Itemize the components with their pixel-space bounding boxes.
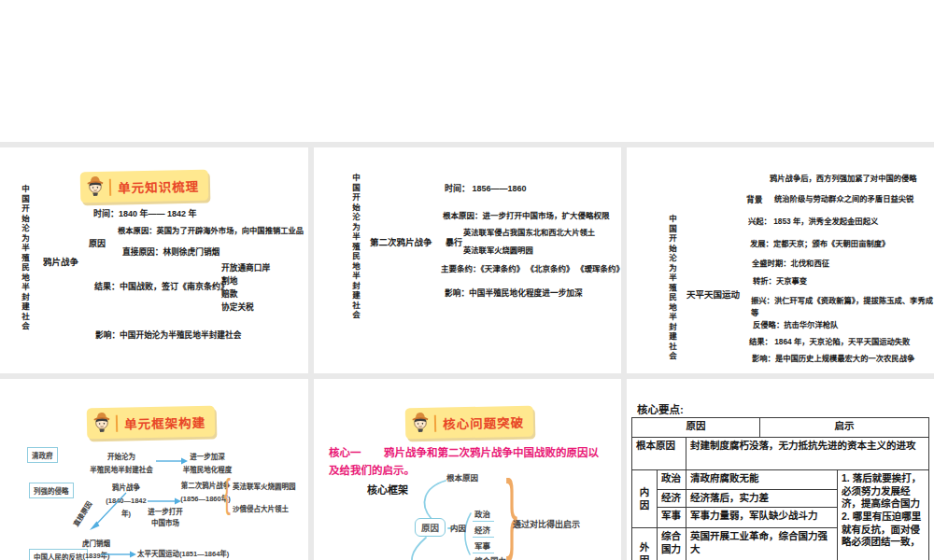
student-cartoon-icon xyxy=(86,175,106,200)
banner-title: 单元知识梳理 xyxy=(118,175,199,196)
fact-line: 反侵略：抗击华尔洋枪队 xyxy=(753,321,838,330)
treaty-term: 开放通商口岸 xyxy=(221,263,270,273)
slide-thumbnail-2[interactable]: 中国开始沦为半殖民地半封建社会 第二次鸦片战争 时间： 1856——1860 根… xyxy=(314,147,621,373)
table-row-root-cause: 根本原因 封建制度腐朽没落，无力抵抗先进的资本主义的进攻 xyxy=(632,437,928,469)
background-label: 背景 xyxy=(746,195,762,204)
mindmap-item: 政治 xyxy=(473,508,494,522)
branch-label-taiping: 天平天国运动 xyxy=(686,289,740,300)
brace-item: 沙俄侵占大片领土 xyxy=(233,503,289,516)
fact-line: 影响：是中国历史上规模最宏大的一次农民战争 xyxy=(752,355,914,364)
cause-columns: 内因 政治 清政府腐败无能 经济 经济落后，实力差 军事 军事力量弱，军队缺少战 xyxy=(632,470,837,560)
foreign-invasion-box: 列强的侵略 xyxy=(29,483,74,498)
vertical-unit-title: 中国开始沦为半殖民地半封建社会 xyxy=(21,185,29,332)
vertical-unit-title: 中国开始沦为半殖民地半封建社会 xyxy=(351,174,360,321)
value-cell: 军事力量弱，军队缺少战斗力 xyxy=(686,508,837,527)
mid-arrow-label-2: 中国市场 xyxy=(145,518,186,529)
treaty-term: 协定关税 xyxy=(221,302,254,312)
insight-point-1: 1. 落后就要挨打，必须努力发展经济，提高综合国力 xyxy=(842,472,925,511)
value-cell: 经济落后，实力差 xyxy=(686,490,837,507)
time-line: 时间：1840 年—— 1842 年 xyxy=(93,209,197,219)
insight-cell: 1. 落后就要挨打，必须努力发展经济，提高综合国力 2. 哪里有压迫哪里就有反抗… xyxy=(837,470,928,560)
vertical-unit-title: 中国开始沦为半殖民地半封建社会 xyxy=(668,215,676,362)
impact-line: 影响：中国开始沦为半殖民地半封建社会 xyxy=(95,330,241,340)
internal-cause-node: 内因 xyxy=(450,524,466,533)
stage1-text: 开始沦为 半殖民地半封建社会 xyxy=(89,451,154,477)
treaty-term: 割地 xyxy=(221,276,237,286)
stage2-line1: 进一步加深 xyxy=(181,451,234,464)
table-header-row: 原因 启示 xyxy=(632,418,928,437)
table-body: 内因 政治 清政府腐败无能 经济 经济落后，实力差 军事 军事力量弱，军队缺少战 xyxy=(632,469,928,560)
table-row: 军事 军事力量弱，军队缺少战斗力 xyxy=(657,507,837,527)
humen-name: 虎门销烟 xyxy=(78,538,115,550)
value-cell: 英国开展工业革命，综合国力强大 xyxy=(686,528,837,560)
treaties-line: 主要条约：《天津条约》 《北京条约》 《瑷珲条约》 xyxy=(441,264,621,273)
table-row: 经济 经济落后，实力差 xyxy=(657,489,837,507)
section-banner: 单元框架构建 xyxy=(87,406,216,440)
fact-line: 全盛时期：北伐和西征 xyxy=(752,259,829,269)
student-cartoon-icon xyxy=(92,411,112,436)
table-row: 政治 清政府腐败无能 xyxy=(657,470,837,489)
atrocity-line: 英法联军侵占我国东北和西北大片领土 xyxy=(463,229,595,238)
root-cause-node: 根本原因 xyxy=(446,473,478,483)
stage1-line1: 开始沦为 xyxy=(89,451,154,464)
branch-label-second-opium-war: 第二次鸦片战争 xyxy=(370,237,432,247)
header-cell-cause: 原因 xyxy=(632,418,759,437)
aspect-cell: 经济 xyxy=(657,490,686,507)
cause-node-box: 原因 xyxy=(415,518,446,537)
fact-line: 兴起： 1853 年，洪秀全发起金田起义 xyxy=(748,217,878,227)
banner-title: 单元框架构建 xyxy=(124,412,205,432)
arrow-right-icon xyxy=(148,497,181,505)
fact-line: 结果： 1864 年，天京沦陷，天平天国运动失败 xyxy=(749,338,910,347)
internal-rows: 政治 清政府腐败无能 经济 经济落后，实力差 军事 军事力量弱，军队缺少战斗力 xyxy=(657,470,837,527)
mindmap-curves xyxy=(314,379,621,560)
slide-thumbnail-5[interactable]: 核心问题突破 核心一 鸦片战争和第二次鸦片战争中国战败的原因以 及给我们的启示。… xyxy=(314,379,621,560)
root-cause-label-cell: 根本原因 xyxy=(632,438,686,469)
header-cell-insight: 启示 xyxy=(759,418,928,437)
direct-cause-line: 直接原因：林则徐虎门销烟 xyxy=(122,247,219,257)
root-cause-line: 根本原因：进一步打开中国市场，扩大侵略权限 xyxy=(443,211,610,220)
value-cell: 清政府腐败无能 xyxy=(686,470,837,489)
background-line-2: 统治阶级与劳动群众之间的矛盾日益尖锐 xyxy=(774,195,913,204)
result-line: 结果：中国战败，签订《南京条约》 xyxy=(94,282,229,292)
key-points-table: 原因 启示 根本原因 封建制度腐朽没落，无力抵抗先进的资本主义的进攻 内因 政治… xyxy=(631,417,929,560)
conclusion-node: 通过对比得出启示 xyxy=(513,520,580,530)
slide-thumbnail-1[interactable]: 中国开始沦为半殖民地半封建社会 单元知识梳理 鸦片战争 时间：1840 年—— … xyxy=(0,147,308,373)
root-cause-line: 根本原因：英国为了开辟海外市场，向中国推销工业品 xyxy=(118,227,304,236)
external-label-cell: 外因 xyxy=(632,528,657,560)
root-cause-text-cell: 封建制度腐朽没落，无力抵抗先进的资本主义的进攻 xyxy=(686,438,928,469)
mid-arrow-label-1: 进一步打开 xyxy=(145,507,186,518)
fact-line: 转折：天京事变 xyxy=(753,277,807,287)
slide-thumbnail-4[interactable]: 单元框架构建 清政府 开始沦为 半殖民地半封建社会 进一步加深 半殖民地化程度 … xyxy=(0,379,308,560)
section-banner: 单元知识梳理 xyxy=(80,170,209,203)
aspect-cell: 综合国力 xyxy=(657,528,686,560)
insight-point-2: 2. 哪里有压迫哪里就有反抗，面对侵略必须团结一致， xyxy=(842,511,925,549)
key-points-heading: 核心要点: xyxy=(637,404,684,417)
atrocity-label: 暴行 xyxy=(446,238,462,248)
aspect-cell: 政治 xyxy=(657,470,686,489)
banner-divider xyxy=(116,414,118,431)
mindmap-item: 军事 xyxy=(473,539,494,553)
slide-thumbnail-6[interactable]: 核心要点: 原因 启示 根本原因 封建制度腐朽没落，无力抵抗先进的资本主义的进攻… xyxy=(627,379,934,560)
cause-label: 原因 xyxy=(89,239,106,249)
banner-divider xyxy=(109,178,111,195)
mindmap-item: 经济 xyxy=(473,524,494,538)
fact-line: 振兴：洪仁玕写成《资政新篇》，提拔陈玉成、李秀成等 xyxy=(751,295,934,319)
fact-line: 发展：定都天京；颁布《天朝田亩制度》 xyxy=(750,240,889,249)
aspect-cell: 军事 xyxy=(657,508,686,527)
brace-item: 英法联军火烧圆明园 xyxy=(233,481,296,494)
treaty-term: 赔款 xyxy=(221,289,237,299)
left-brace-shape: { xyxy=(223,474,231,513)
qing-government-box: 清政府 xyxy=(27,447,58,463)
taiping-node: 太平天国运动(1851—1864年) xyxy=(137,548,229,560)
atrocity-line: 英法联军火烧圆明园 xyxy=(463,246,533,256)
external-cause-group: 外因 综合国力 英国开展工业革命，综合国力强大 xyxy=(632,527,837,560)
mid-arrow-label: 进一步打开 中国市场 xyxy=(145,507,186,529)
stage1-line2: 半殖民地半封建社会 xyxy=(89,464,154,477)
background-line-1: 鸦片战争后，西方列强加紧了对中国的侵略 xyxy=(770,175,917,184)
internal-cause-group: 内因 政治 清政府腐败无能 经济 经济落后，实力差 军事 军事力量弱，军队缺少战 xyxy=(632,470,837,527)
internal-label-cell: 内因 xyxy=(632,470,657,527)
arrow-right-icon xyxy=(101,551,136,558)
impact-line: 影响：中国半殖民地化程度进一步加深 xyxy=(445,288,583,298)
slide-thumbnail-3[interactable]: 中国开始沦为半殖民地半封建社会 天平天国运动 鸦片战争后，西方列强加紧了对中国的… xyxy=(627,147,934,373)
mindmap-item: 综合国力 xyxy=(473,554,510,560)
